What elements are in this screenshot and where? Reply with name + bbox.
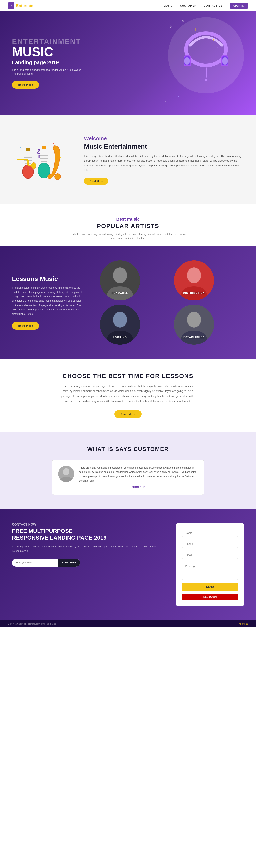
nav-signin[interactable]: SIGN IN [230, 3, 248, 9]
svg-rect-18 [44, 148, 44, 173]
lessons-section: Lessons Music It is a long established f… [0, 246, 256, 359]
welcome-desc: It is a long established fact that a rea… [84, 154, 244, 173]
instruments-svg: 𝄞 ♪ ♫ ♩ [12, 131, 68, 188]
contact-name-input[interactable] [182, 529, 238, 537]
music-note-2: ♫ [181, 19, 184, 24]
lessons-title: Lessons Music [12, 275, 84, 283]
svg-point-30 [113, 268, 127, 283]
hero-title: MUSIC [12, 45, 81, 58]
customer-info: There are many variations of passages of… [79, 466, 198, 489]
email-subscribe-form: SUBSCRIBE [12, 559, 80, 566]
welcome-content: Welcome Music Entertainment It is a long… [84, 135, 244, 185]
customer-title: WHAT IS SAYS CUSTOMER [16, 446, 240, 453]
nav-links: MUSIC CUSTOMER CONTACT US SIGN IN [163, 3, 248, 9]
choose-cta-button[interactable]: Read More [114, 410, 141, 418]
hero-desc1: It is a long established fact that a rea… [12, 68, 81, 71]
lessons-content: Lessons Music It is a long established f… [12, 275, 84, 330]
send-button[interactable]: SEND [182, 583, 238, 591]
svg-point-6 [222, 57, 228, 65]
contact-title: FREE MULTIPURPOSERESPONSIVE LANDING PAGE… [12, 528, 160, 541]
hero-section: ENTERTAINMENT MUSIC Landing page 2019 It… [0, 11, 256, 116]
artist-circle-2: DISTRIBUTION [174, 260, 214, 301]
contact-section: CONTACT NOW FREE MULTIPURPOSERESPONSIVE … [0, 509, 256, 620]
welcome-section: 𝄞 ♪ ♫ ♩ Welcome Music Entertainment It i… [0, 116, 256, 205]
contact-message-input[interactable] [182, 562, 238, 580]
logo-text: Entertaint [16, 3, 35, 8]
popular-title: POPULAR ARTISTS [12, 222, 244, 229]
contact-desc: It is a long established fact that a rea… [12, 545, 160, 553]
lessons-desc: It is a long established fact that a rea… [12, 286, 84, 316]
svg-point-23 [54, 174, 61, 180]
headphones-svg: ♪ ♫ ♩ [176, 25, 236, 85]
music-note-4: ♬ [177, 95, 180, 99]
footer-bar: 访问号码互社区 bbs.zieniao.com 免费下载手机版 免费下载 [0, 620, 256, 627]
lessons-cta-button[interactable]: Read More [12, 322, 39, 330]
logo-name: Enter [16, 3, 26, 8]
avatar-svg [58, 466, 74, 482]
hero-cta-button[interactable]: Read More [12, 81, 39, 89]
artist-circles: READABLE DISTRIBUTION LOOKING [100, 260, 244, 345]
choose-title: CHOOSE THE BEST TIME FOR LESSONS [20, 373, 236, 379]
contact-phone-input[interactable] [182, 540, 238, 548]
logo-icon: ♪ [8, 2, 14, 9]
welcome-label: Welcome [84, 135, 244, 142]
svg-text:♫: ♫ [216, 44, 218, 48]
contact-eyebrow: CONTACT NOW [12, 523, 160, 526]
svg-point-36 [187, 312, 201, 328]
logo-highlight: taint [26, 3, 35, 8]
hero-subtitle: ENTERTAINMENT [12, 38, 81, 45]
music-note-5: ♪ [164, 100, 166, 103]
svg-point-5 [184, 57, 190, 65]
welcome-cta-button[interactable]: Read More [84, 178, 108, 185]
customer-name: JHON DUE [79, 486, 198, 489]
artist-2-label: DISTRIBUTION [183, 292, 205, 294]
choose-desc: There are many variations of passages of… [60, 384, 196, 404]
nav-contact[interactable]: CONTACT US [204, 4, 222, 7]
music-note-3: ♩ [194, 27, 196, 32]
artist-4-label: ESTABLISHED [183, 336, 205, 339]
artist-1-label: READABLE [112, 292, 129, 294]
hero-tagline: Landing page 2019 [12, 59, 81, 66]
red-button[interactable]: RED DOWN [182, 594, 238, 600]
artist-circle-4: ESTABLISHED [174, 305, 214, 345]
artist-3-label: LOOKING [113, 336, 127, 339]
svg-point-24 [31, 162, 36, 169]
svg-point-7 [205, 79, 207, 81]
svg-text:♪: ♪ [212, 37, 214, 42]
popular-section: Best music POPULAR ARTISTS readable cont… [0, 205, 256, 246]
contact-form: SEND RED DOWN [176, 523, 244, 607]
customer-card: There are many variations of passages of… [52, 460, 204, 495]
nav-music[interactable]: MUSIC [163, 4, 173, 7]
nav-customer[interactable]: CUSTOMER [180, 4, 196, 7]
svg-text:♫: ♫ [52, 141, 54, 144]
footer-text: 访问号码互社区 bbs.zieniao.com 免费下载手机版 [8, 622, 56, 625]
popular-desc: readable content of a page when looking … [68, 232, 188, 240]
svg-point-38 [63, 468, 69, 475]
customer-section: WHAT IS SAYS CUSTOMER There are many var… [0, 432, 256, 509]
footer-link[interactable]: 免费下载 [239, 622, 248, 625]
customer-testimonial: There are many variations of passages of… [79, 466, 198, 483]
music-note-1: ♪ [169, 23, 172, 30]
subscribe-button[interactable]: SUBSCRIBE [58, 559, 80, 566]
instruments-image: 𝄞 ♪ ♫ ♩ [12, 131, 72, 188]
svg-text:♩: ♩ [194, 36, 195, 40]
email-input[interactable] [12, 559, 58, 566]
hero-image: ♪ ♫ ♩ [168, 17, 244, 93]
svg-text:♪: ♪ [20, 144, 22, 148]
navbar: ♪ Entertaint MUSIC CUSTOMER CONTACT US S… [0, 0, 256, 11]
svg-text:𝄞: 𝄞 [36, 148, 41, 158]
customer-avatar [58, 466, 74, 482]
contact-left: CONTACT NOW FREE MULTIPURPOSERESPONSIVE … [12, 523, 160, 566]
contact-email-input[interactable] [182, 551, 238, 559]
svg-point-34 [113, 312, 127, 328]
svg-rect-16 [26, 148, 30, 151]
hero-content: ENTERTAINMENT MUSIC Landing page 2019 It… [12, 38, 81, 89]
svg-point-32 [187, 268, 201, 283]
choose-section: CHOOSE THE BEST TIME FOR LESSONS There a… [0, 359, 256, 432]
popular-label: Best music [12, 217, 244, 222]
artist-circle-1: READABLE [100, 260, 140, 301]
welcome-title: Music Entertainment [84, 143, 244, 150]
artist-circle-3: LOOKING [100, 305, 140, 345]
svg-rect-22 [42, 146, 46, 149]
svg-text:♩: ♩ [60, 155, 62, 158]
